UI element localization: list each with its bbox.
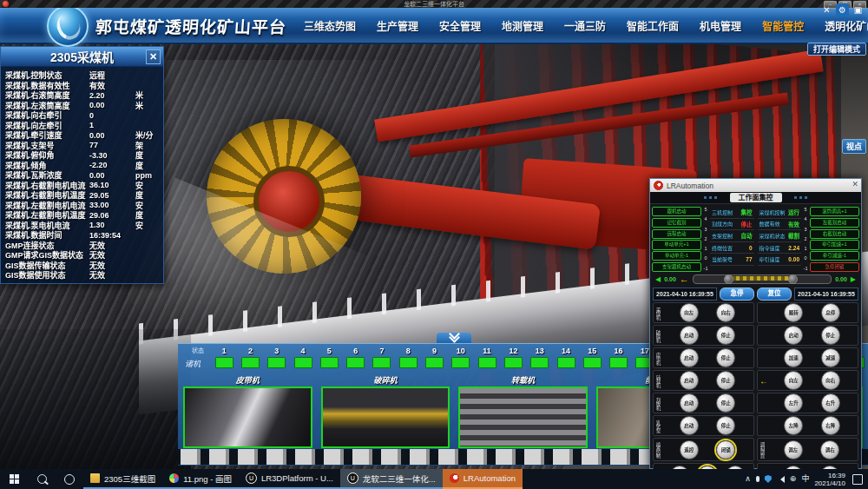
command-button[interactable]: 支架跟机启动 [652,262,701,272]
command-button[interactable]: 左截割启动 [810,218,859,228]
equipment-row: 加速 减速 [757,347,858,368]
command-button[interactable]: 远程启动 [652,229,701,239]
open-edit-mode-button[interactable]: 打开编辑模式 [807,43,866,56]
equipment-button[interactable]: 启动 [680,326,699,345]
nav-item[interactable]: 地测管理 [502,18,543,33]
fullscreen-icon[interactable]: ▣ [852,3,865,17]
slider-knob-left[interactable] [724,274,733,284]
equipment-button[interactable]: 左升 [784,393,803,413]
command-button[interactable]: 右截割启动 [810,229,859,239]
close-icon[interactable]: ✕ [146,50,161,64]
command-button[interactable]: 记忆截割 [652,218,701,228]
nav-item[interactable]: 一通三防 [564,18,606,33]
spray-lock-button[interactable]: 闭锁 [716,440,735,459]
app-label: 2305三维截图 [104,472,155,485]
adjust-right-button[interactable]: 调右 [820,440,839,459]
taskbar-app[interactable]: LRAutomation [443,469,523,489]
channel-status-block [346,357,365,368]
camera-feed[interactable] [458,387,588,448]
hidden-icons-chevron[interactable]: ∧ [745,475,751,483]
equipment-button[interactable]: 启动 [680,393,699,413]
channel-number: 2 [248,347,253,355]
nav-item[interactable]: 机电管理 [700,18,741,33]
equipment-button[interactable]: 向右 [821,371,840,390]
collapse-panel-button[interactable] [437,333,471,343]
spray-row-1: 喷雾控制 遥控 闭锁 [653,438,754,461]
gear-icon[interactable]: ⚙ [836,3,849,17]
nav-item[interactable]: 智能管控 [762,18,804,33]
direction-arrow-icon: ← [680,274,689,284]
nav-item[interactable]: 透明化矿山 [825,18,868,33]
equipment-button[interactable]: 减速 [821,348,840,367]
status-cell: 当前架号 77 [710,254,754,266]
nav-item[interactable]: 三维态势图 [304,18,356,33]
equipment-button[interactable]: 停止 [716,393,735,413]
spray-remote-button[interactable]: 遥控 [680,440,699,459]
data-row: 采煤机.俯仰角 -3.30 度 [5,149,160,160]
command-button[interactable]: 单动单元-1 [652,251,701,261]
app-label: LRAutomation [464,473,516,483]
row-value: 0 [89,111,135,120]
data-row: 采煤机.牵引速度 0.00 米/分 [5,129,160,140]
tab-workface-control[interactable]: 工作面集控 [730,193,782,202]
status-label: 支架控制 [712,232,733,240]
command-button[interactable]: 单动单元+1 [652,240,701,249]
status-value: 截割 [788,231,799,240]
equipment-button[interactable]: 启动 [784,326,803,345]
start-button[interactable] [0,469,28,489]
data-row: 采煤机.支架号 77 架 [5,140,160,150]
tools-icon[interactable]: ✕ [820,3,833,17]
equipment-button[interactable]: 顺转 [784,303,803,322]
taskbar-app[interactable]: 2305三维截图 [83,469,162,489]
equipment-button[interactable]: 向左 [784,371,803,390]
taskbar-app[interactable]: 11.png - 画图 [162,469,239,489]
command-button[interactable]: 跟机启动 [652,207,701,216]
reset-button[interactable]: 复位 [757,287,792,301]
equipment-button[interactable]: 向左 [680,303,699,322]
tab-dots [794,196,808,199]
shearer-position-slider[interactable] [693,274,832,284]
equipment-button[interactable]: 停止 [716,348,735,367]
taskbar-app[interactable]: U LR3DPlatform - U... [239,469,340,489]
viewpoint-tab[interactable]: 视点 [842,139,866,154]
command-button[interactable]: 牵引加速+1 [810,240,859,249]
adjust-left-button[interactable]: 调左 [784,440,803,459]
command-button[interactable]: 牵引减速-1 [810,251,859,261]
equipment-button[interactable]: 加速 [784,348,803,367]
nav-item[interactable]: 安全管理 [439,18,481,33]
nav-item[interactable]: 生产管理 [377,18,418,33]
equipment-button[interactable]: 启动 [680,371,699,390]
cortana-button[interactable] [56,469,83,489]
estop-button[interactable]: 急停 [720,287,754,301]
taskbar-clock[interactable]: 16:39 2021/4/10 [814,472,845,487]
taskbar-search-button[interactable] [28,469,56,489]
ime-indicator[interactable]: 中 [801,475,809,483]
microphone-icon[interactable] [756,476,760,482]
command-button[interactable]: 滚筒调高+1 [810,207,859,216]
close-icon[interactable]: ✕ [852,180,858,188]
camera-feed[interactable] [321,387,450,448]
command-button[interactable]: 急停闭锁 [810,262,859,272]
row-unit: 安 [135,220,160,231]
equipment-button[interactable]: 停止 [716,371,735,390]
equipment-button[interactable]: 右升 [821,393,840,413]
equipment-button[interactable]: 总停 [821,303,840,322]
speaker-icon[interactable] [777,476,785,483]
equipment-button[interactable]: 停止 [716,416,735,435]
equipment-button[interactable]: 停止 [821,326,840,345]
equipment-controls-right: 顺转 总停 启动 停止 加速 减速 ← 向左 向右 左升 右升 [757,302,858,436]
equipment-button[interactable]: 启动 [680,348,699,367]
equipment-button[interactable]: 左降 [784,416,803,435]
slider-knob-right[interactable] [788,274,798,284]
notification-center-icon[interactable] [852,474,863,485]
equipment-button[interactable]: 启动 [680,416,699,435]
network-globe-icon[interactable]: ⊕ [790,475,797,483]
equipment-button[interactable]: 停止 [716,326,735,345]
equipment-row: 采煤机 向左 向右 [653,302,754,323]
taskbar-app[interactable]: U 龙软二三维一体化... [340,469,443,489]
nav-item[interactable]: 智能工作面 [627,18,679,33]
equipment-button[interactable]: 向右 [716,303,735,322]
camera-feed[interactable] [183,387,312,448]
equipment-button[interactable]: 右降 [821,416,840,435]
security-shield-icon[interactable] [765,475,772,483]
